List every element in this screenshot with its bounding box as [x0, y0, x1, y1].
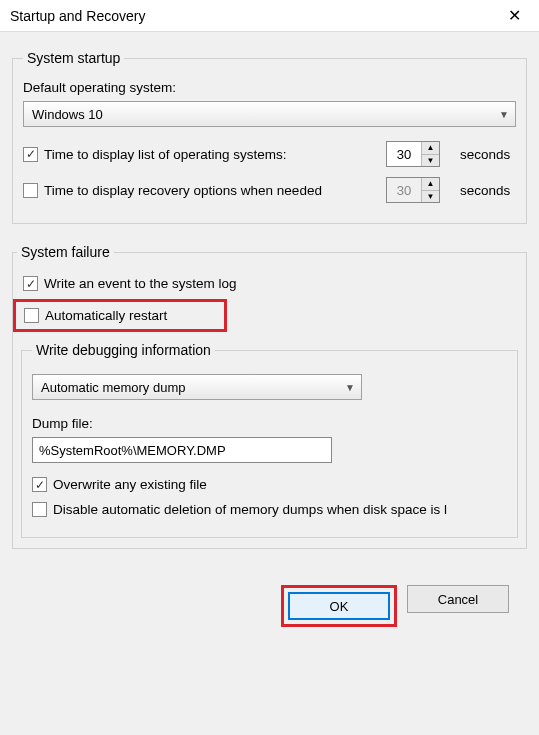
- spinner-buttons-2: ▲ ▼: [421, 178, 439, 202]
- system-startup-group: System startup Default operating system:…: [12, 50, 527, 224]
- dialog-body: System startup Default operating system:…: [0, 32, 539, 639]
- spinner-down-icon[interactable]: ▼: [422, 155, 439, 167]
- ok-button-label: OK: [330, 599, 349, 614]
- ok-button[interactable]: OK: [288, 592, 390, 620]
- overwrite-checkbox[interactable]: [32, 477, 47, 492]
- default-os-combo[interactable]: Windows 10 ▼: [23, 101, 516, 127]
- display-list-row: Time to display list of operating system…: [23, 141, 516, 167]
- seconds-label-1: seconds: [460, 147, 510, 162]
- spinner-up-icon[interactable]: ▲: [422, 142, 439, 155]
- close-button[interactable]: ✕: [499, 4, 529, 28]
- system-failure-group: System failure Write an event to the sys…: [12, 244, 527, 549]
- display-recovery-row: Time to display recovery options when ne…: [23, 177, 516, 203]
- disable-delete-label[interactable]: Disable automatic deletion of memory dum…: [53, 502, 447, 517]
- auto-restart-label[interactable]: Automatically restart: [45, 308, 167, 323]
- cancel-button[interactable]: Cancel: [407, 585, 509, 613]
- display-recovery-checkbox[interactable]: [23, 183, 38, 198]
- spinner-buttons: ▲ ▼: [421, 142, 439, 166]
- display-recovery-value: [387, 178, 421, 202]
- cancel-button-label: Cancel: [438, 592, 478, 607]
- dialog-window: Startup and Recovery ✕ System startup De…: [0, 0, 539, 735]
- spinner-up-icon: ▲: [422, 178, 439, 191]
- system-failure-legend: System failure: [17, 244, 114, 260]
- default-os-label: Default operating system:: [23, 80, 516, 95]
- default-os-value: Windows 10: [32, 107, 103, 122]
- ok-highlight: OK: [281, 585, 397, 627]
- overwrite-label[interactable]: Overwrite any existing file: [53, 477, 207, 492]
- write-event-checkbox[interactable]: [23, 276, 38, 291]
- titlebar: Startup and Recovery ✕: [0, 0, 539, 32]
- debug-type-combo[interactable]: Automatic memory dump ▼: [32, 374, 362, 400]
- close-icon: ✕: [508, 6, 521, 25]
- debug-info-legend: Write debugging information: [32, 342, 215, 358]
- disable-delete-checkbox[interactable]: [32, 502, 47, 517]
- write-event-row: Write an event to the system log: [23, 276, 516, 291]
- dump-file-label: Dump file:: [32, 416, 507, 431]
- display-list-value[interactable]: [387, 142, 421, 166]
- auto-restart-checkbox[interactable]: [24, 308, 39, 323]
- display-list-checkbox[interactable]: [23, 147, 38, 162]
- dump-file-input[interactable]: [32, 437, 332, 463]
- chevron-down-icon: ▼: [345, 382, 355, 393]
- window-title: Startup and Recovery: [10, 8, 145, 24]
- disable-delete-row: Disable automatic deletion of memory dum…: [32, 502, 507, 517]
- overwrite-row: Overwrite any existing file: [32, 477, 507, 492]
- display-list-spinner[interactable]: ▲ ▼: [386, 141, 440, 167]
- auto-restart-highlight: Automatically restart: [13, 299, 227, 332]
- chevron-down-icon: ▼: [499, 109, 509, 120]
- seconds-label-2: seconds: [460, 183, 510, 198]
- dialog-buttons: OK Cancel: [12, 569, 527, 627]
- display-recovery-spinner: ▲ ▼: [386, 177, 440, 203]
- debug-info-group: Write debugging information Automatic me…: [21, 342, 518, 538]
- debug-type-value: Automatic memory dump: [41, 380, 186, 395]
- display-list-label[interactable]: Time to display list of operating system…: [44, 147, 380, 162]
- spinner-down-icon: ▼: [422, 191, 439, 203]
- write-event-label[interactable]: Write an event to the system log: [44, 276, 237, 291]
- display-recovery-label[interactable]: Time to display recovery options when ne…: [44, 183, 380, 198]
- system-startup-legend: System startup: [23, 50, 124, 66]
